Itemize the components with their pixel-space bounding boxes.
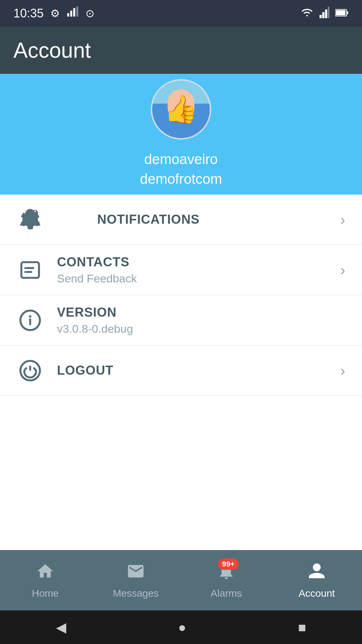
logout-content: LOGOUT	[57, 363, 340, 378]
cell-signal-icon	[319, 7, 330, 20]
notifications-content: NOTIFICATIONS	[97, 212, 340, 227]
status-time: 10:35	[13, 6, 44, 20]
nav-messages-label: Messages	[113, 588, 159, 599]
version-icon	[17, 307, 44, 334]
version-content: VERSION v3.0.8-0.debug	[57, 305, 345, 335]
contacts-subtitle: Send Feedback	[57, 272, 340, 285]
nav-alarms-label: Alarms	[210, 588, 242, 599]
svg-rect-5	[322, 12, 324, 18]
svg-point-17	[24, 271, 26, 273]
logout-chevron: ›	[340, 362, 345, 379]
messages-icon	[126, 562, 145, 584]
nav-account-label: Account	[299, 588, 335, 599]
contacts-content: CONTACTS Send Feedback	[57, 255, 340, 285]
svg-rect-6	[325, 9, 327, 18]
nav-home-label: Home	[32, 588, 59, 599]
circle-status-icon: ⊙	[85, 7, 95, 20]
battery-icon	[335, 8, 349, 19]
svg-rect-13	[21, 262, 39, 278]
notifications-title: NOTIFICATIONS	[97, 212, 340, 227]
svg-rect-7	[328, 7, 329, 18]
svg-rect-10	[336, 10, 346, 15]
signal-bars-icon	[67, 6, 79, 21]
nav-item-home[interactable]: Home	[0, 562, 90, 599]
menu-item-notifications[interactable]: NOTIFICATIONS ›	[0, 195, 362, 245]
svg-rect-1	[70, 11, 72, 17]
svg-rect-9	[347, 11, 348, 14]
svg-point-16	[24, 267, 26, 269]
status-bar: 10:35 ⚙ ⊙	[0, 0, 362, 27]
system-nav-bar: ◀ ● ■	[0, 610, 362, 644]
page-title: Account	[13, 38, 91, 63]
version-title: VERSION	[57, 305, 345, 320]
wifi-icon	[300, 7, 314, 20]
bottom-nav: Home Messages 99+ Alarms Account	[0, 550, 362, 610]
menu-item-contacts[interactable]: CONTACTS Send Feedback ›	[0, 245, 362, 295]
app-bar: Account	[0, 27, 362, 74]
menu-list: NOTIFICATIONS › CONTACTS Send Feedback ›	[0, 195, 362, 550]
recents-button[interactable]: ■	[298, 620, 306, 635]
nav-item-alarms[interactable]: 99+ Alarms	[181, 562, 272, 599]
nav-item-messages[interactable]: Messages	[90, 562, 181, 599]
avatar-image	[152, 80, 210, 138]
gear-status-icon: ⚙	[50, 7, 60, 20]
profile-name: demoaveiro demofrotcom	[140, 150, 222, 189]
svg-rect-2	[73, 8, 75, 17]
menu-item-logout[interactable]: LOGOUT ›	[0, 345, 362, 396]
profile-username: demoaveiro	[140, 150, 222, 169]
back-button[interactable]: ◀	[56, 620, 66, 635]
logout-title: LOGOUT	[57, 363, 340, 378]
nav-item-account[interactable]: Account	[272, 562, 362, 599]
alarms-badge: 99+	[218, 558, 238, 570]
svg-rect-3	[76, 7, 78, 17]
avatar	[151, 79, 211, 140]
version-value: v3.0.8-0.debug	[57, 322, 345, 335]
contacts-icon	[17, 257, 44, 283]
svg-rect-4	[319, 15, 322, 18]
profile-header: demoaveiro demofrotcom	[0, 74, 362, 195]
svg-rect-0	[67, 13, 69, 17]
contacts-chevron: ›	[340, 262, 345, 278]
logout-icon	[17, 357, 44, 384]
status-left: 10:35 ⚙ ⊙	[13, 6, 95, 21]
status-right	[300, 7, 349, 20]
profile-email: demofrotcom	[140, 169, 222, 189]
menu-item-version: VERSION v3.0.8-0.debug	[0, 295, 362, 345]
account-nav-icon	[307, 562, 326, 584]
contacts-title: CONTACTS	[57, 255, 340, 269]
gear-menu-icon	[17, 206, 44, 233]
home-icon	[36, 562, 55, 584]
home-button[interactable]: ●	[178, 620, 186, 635]
notifications-chevron: ›	[340, 211, 345, 228]
